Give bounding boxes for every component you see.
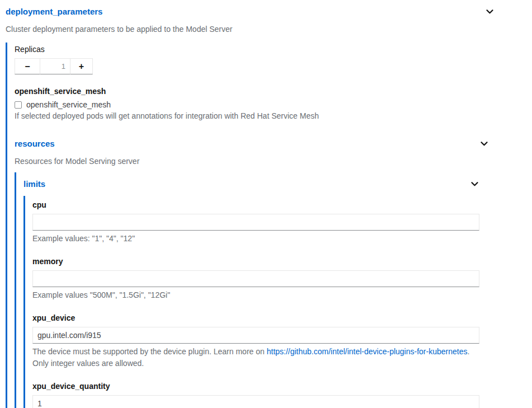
replicas-label: Replicas [15,45,489,54]
cpu-input[interactable] [32,214,479,231]
xpu-device-quantity-label: xpu_device_quantity [32,382,479,391]
service-mesh-checkbox-row: openshift_service_mesh [15,100,489,109]
service-mesh-checkbox[interactable] [15,101,22,109]
section-header-deployment-parameters: deployment_parameters [6,7,495,16]
device-plugin-link[interactable]: https://github.com/intel/intel-device-pl… [267,347,468,356]
memory-help: Example values "500M", "1.5Gi", "12Gi" [32,289,479,301]
plus-icon: + [79,62,84,71]
memory-field: memory Example values "500M", "1.5Gi", "… [32,257,479,301]
section-description-deployment-parameters: Cluster deployment parameters to be appl… [6,25,495,34]
chevron-down-icon [486,10,493,14]
replicas-stepper: − + [15,58,489,74]
section-header-limits: limits [23,179,479,189]
chevron-down-icon [471,182,478,186]
cpu-help: Example values: "1", "4", "12" [32,233,479,245]
xpu-device-field: xpu_device The device must be supported … [32,313,479,369]
replicas-decrement-button[interactable]: − [15,58,40,74]
memory-input[interactable] [32,270,479,287]
service-mesh-checkbox-label[interactable]: openshift_service_mesh [26,100,111,109]
memory-label: memory [32,257,479,266]
section-body-deployment-parameters: Replicas − + openshift_service_mesh open… [6,43,495,408]
cpu-field: cpu Example values: "1", "4", "12" [32,200,479,245]
minus-icon: − [25,62,30,71]
section-body-limits: cpu Example values: "1", "4", "12" memor… [23,196,479,408]
deployment-parameters-collapse-button[interactable] [485,8,495,15]
chevron-down-icon [481,142,488,146]
replicas-increment-button[interactable]: + [70,58,93,74]
section-title-resources[interactable]: resources [15,139,55,148]
service-mesh-help: If selected deployed pods will get annot… [15,110,489,122]
xpu-device-label: xpu_device [32,313,479,322]
cpu-label: cpu [32,200,479,209]
xpu-device-help: The device must be supported by the devi… [32,346,479,369]
service-mesh-label: openshift_service_mesh [15,87,489,96]
xpu-device-quantity-field: xpu_device_quantity [32,382,479,408]
replicas-input[interactable] [40,58,70,74]
section-title-limits[interactable]: limits [23,179,45,189]
limits-collapse-button[interactable] [470,181,479,187]
resources-collapse-button[interactable] [479,140,489,147]
deployment-parameters-form: deployment_parameters Cluster deployment… [0,0,532,408]
xpu-device-quantity-input[interactable] [32,395,479,408]
section-body-resources: limits cpu Example values: "1", "4", "12… [15,172,489,408]
replicas-field: Replicas − + [15,45,489,74]
section-description-resources: Resources for Model Serving server [15,157,489,166]
section-title-deployment-parameters[interactable]: deployment_parameters [6,7,102,16]
xpu-device-input[interactable] [32,327,479,344]
xpu-device-help-text-before: The device must be supported by the devi… [32,347,267,356]
section-header-resources: resources [15,139,489,148]
service-mesh-field: openshift_service_mesh openshift_service… [15,87,489,122]
